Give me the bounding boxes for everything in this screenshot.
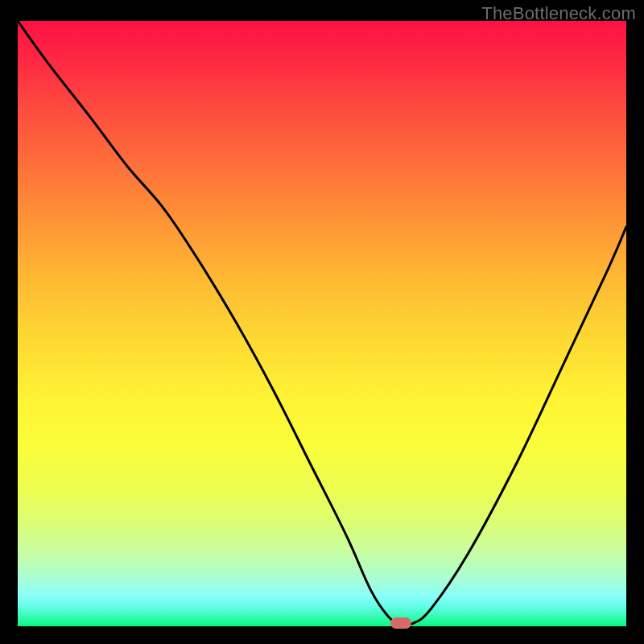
curve-path xyxy=(18,21,626,625)
optimal-point-marker xyxy=(390,617,411,629)
chart-frame: TheBottleneck.com xyxy=(0,0,644,644)
plot-area xyxy=(18,21,626,626)
watermark-text: TheBottleneck.com xyxy=(481,3,636,24)
bottleneck-curve xyxy=(18,21,626,626)
